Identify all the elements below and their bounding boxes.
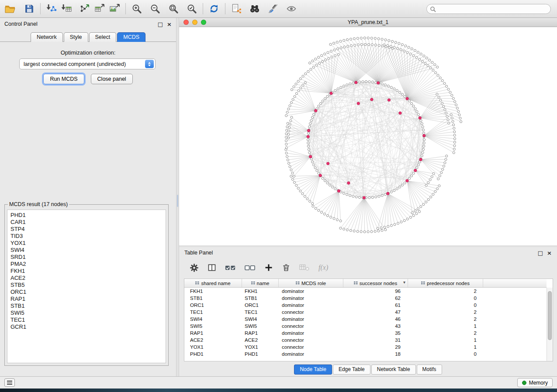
table-cell[interactable]: 62 bbox=[343, 295, 408, 302]
network-window-titlebar[interactable]: YPA_prune.txt_1 bbox=[179, 18, 557, 27]
table-cell[interactable]: 0 bbox=[408, 351, 483, 358]
delete-columns-button[interactable] bbox=[282, 263, 291, 272]
column-header-successor-nodes[interactable]: successor nodes ▾ bbox=[343, 279, 408, 287]
table-cell[interactable]: PHD1 bbox=[184, 351, 242, 358]
table-cell[interactable]: 61 bbox=[343, 302, 408, 309]
table-cell[interactable]: 2 bbox=[408, 316, 483, 323]
close-panel-icon[interactable]: × bbox=[167, 21, 172, 27]
panel-menu-button[interactable] bbox=[4, 378, 15, 387]
sort-arrow-icon[interactable]: ▾ bbox=[403, 280, 405, 285]
table-cell[interactable]: YOX1 bbox=[184, 344, 242, 351]
mcds-result-item[interactable]: PMA2 bbox=[10, 261, 166, 268]
show-hide-panel-button[interactable] bbox=[284, 1, 299, 16]
table-cell[interactable]: dominator bbox=[279, 351, 343, 358]
table-cell[interactable]: TEC1 bbox=[184, 309, 242, 316]
column-header-shared-name[interactable]: shared name bbox=[184, 279, 242, 287]
table-row[interactable]: ORC1ORC1dominator610 bbox=[184, 302, 547, 309]
memory-button[interactable]: Memory bbox=[517, 378, 553, 387]
table-cell[interactable]: 1 bbox=[408, 344, 483, 351]
table-cell[interactable]: dominator bbox=[279, 295, 343, 302]
table-cell[interactable]: PHD1 bbox=[242, 351, 279, 358]
mcds-result-item[interactable]: STB1 bbox=[10, 303, 166, 309]
table-row[interactable]: TEC1TEC1connector472 bbox=[184, 309, 547, 316]
table-cell[interactable]: 0 bbox=[408, 295, 483, 302]
tab-motifs[interactable]: Motifs bbox=[417, 364, 442, 375]
table-cell[interactable]: connector bbox=[279, 323, 343, 330]
mcds-result-list[interactable]: PHD1CAR1STP4TID3YOX1SWI4SRD1PMA2FKH1ACE2… bbox=[7, 210, 166, 363]
table-cell[interactable]: 35 bbox=[343, 330, 408, 337]
export-image-button[interactable] bbox=[107, 1, 122, 16]
table-row[interactable]: RAP1RAP1dominator352 bbox=[184, 330, 547, 337]
table-cell[interactable]: connector bbox=[279, 337, 343, 344]
maximize-window-button[interactable] bbox=[201, 20, 206, 25]
column-header-predecessor-nodes[interactable]: predecessor nodes bbox=[408, 279, 483, 287]
export-network-button[interactable] bbox=[77, 1, 92, 16]
show-columns-button[interactable] bbox=[208, 263, 216, 272]
close-table-panel-icon[interactable]: × bbox=[547, 250, 552, 256]
table-cell[interactable]: 43 bbox=[343, 323, 408, 330]
table-cell[interactable]: 1 bbox=[408, 323, 483, 330]
combo-stepper-icon[interactable] bbox=[145, 60, 154, 68]
table-cell[interactable]: STB1 bbox=[242, 295, 279, 302]
network-canvas[interactable] bbox=[179, 27, 557, 245]
import-network-button[interactable] bbox=[44, 1, 59, 16]
table-cell[interactable]: FKH1 bbox=[184, 288, 242, 295]
table-cell[interactable]: dominator bbox=[279, 316, 343, 323]
table-cell[interactable]: 29 bbox=[343, 344, 408, 351]
table-row[interactable]: SWI4SWI4dominator462 bbox=[184, 316, 547, 323]
table-cell[interactable]: 2 bbox=[408, 309, 483, 316]
table-cell[interactable]: 47 bbox=[343, 309, 408, 316]
table-cell[interactable]: SWI5 bbox=[184, 323, 242, 330]
table-cell[interactable]: SWI5 bbox=[242, 323, 279, 330]
run-mcds-button[interactable]: Run MCDS bbox=[43, 74, 84, 84]
table-cell[interactable]: ACE2 bbox=[184, 337, 242, 344]
mcds-result-item[interactable]: STB5 bbox=[10, 282, 166, 289]
table-cell[interactable]: ORC1 bbox=[184, 302, 242, 309]
mcds-result-item[interactable]: SWI4 bbox=[10, 247, 166, 254]
table-cell[interactable]: SWI4 bbox=[242, 316, 279, 323]
zoom-out-button[interactable] bbox=[148, 1, 163, 16]
tab-network[interactable]: Network bbox=[31, 32, 63, 42]
minimize-window-button[interactable] bbox=[192, 20, 197, 25]
mcds-result-item[interactable]: TID3 bbox=[10, 233, 166, 240]
close-panel-button[interactable]: Close panel bbox=[91, 74, 133, 84]
table-cell[interactable]: 0 bbox=[408, 302, 483, 309]
criterion-select[interactable]: largest connected component (undirected) bbox=[19, 58, 156, 69]
apply-layout-button[interactable] bbox=[207, 1, 221, 16]
create-column-button[interactable] bbox=[264, 263, 273, 272]
export-table-button[interactable] bbox=[92, 1, 107, 16]
table-scrollbar[interactable] bbox=[547, 288, 553, 361]
mcds-result-item[interactable]: PHD1 bbox=[10, 212, 166, 219]
column-header-mcds-role[interactable]: MCDS role bbox=[279, 279, 343, 287]
tab-mcds[interactable]: MCDS bbox=[117, 32, 145, 42]
tab-network-table[interactable]: Network Table bbox=[371, 364, 416, 375]
table-options-button[interactable] bbox=[190, 263, 199, 272]
import-table-button[interactable] bbox=[59, 1, 74, 16]
table-cell[interactable]: ORC1 bbox=[242, 302, 279, 309]
mcds-result-item[interactable]: ORC1 bbox=[10, 289, 166, 296]
mcds-result-item[interactable]: SWI5 bbox=[10, 309, 166, 316]
delete-table-button[interactable] bbox=[299, 263, 310, 272]
unselect-all-button[interactable] bbox=[245, 264, 256, 272]
table-cell[interactable]: 1 bbox=[408, 337, 483, 344]
table-cell[interactable]: 18 bbox=[343, 351, 408, 358]
table-cell[interactable]: 2 bbox=[408, 288, 483, 295]
table-row[interactable]: ACE2ACE2connector311 bbox=[184, 337, 547, 344]
select-all-button[interactable] bbox=[225, 264, 236, 272]
float-table-panel-icon[interactable]: □ bbox=[538, 250, 543, 256]
table-cell[interactable]: 46 bbox=[343, 316, 408, 323]
zoom-in-button[interactable] bbox=[129, 1, 144, 16]
zoom-fit-button[interactable] bbox=[166, 1, 181, 16]
mcds-result-item[interactable]: SRD1 bbox=[10, 254, 166, 261]
table-cell[interactable]: STB1 bbox=[184, 295, 242, 302]
mcds-result-item[interactable]: CAR1 bbox=[10, 219, 166, 226]
find-button[interactable] bbox=[247, 1, 262, 16]
table-cell[interactable]: 96 bbox=[343, 288, 408, 295]
mcds-result-item[interactable]: YOX1 bbox=[10, 240, 166, 247]
table-cell[interactable]: dominator bbox=[279, 302, 343, 309]
mcds-result-item[interactable]: GCR1 bbox=[10, 323, 166, 330]
tab-style[interactable]: Style bbox=[64, 32, 88, 42]
open-session-button[interactable] bbox=[3, 1, 17, 16]
table-row[interactable]: PHD1PHD1dominator180 bbox=[184, 351, 547, 358]
table-cell[interactable]: connector bbox=[279, 309, 343, 316]
